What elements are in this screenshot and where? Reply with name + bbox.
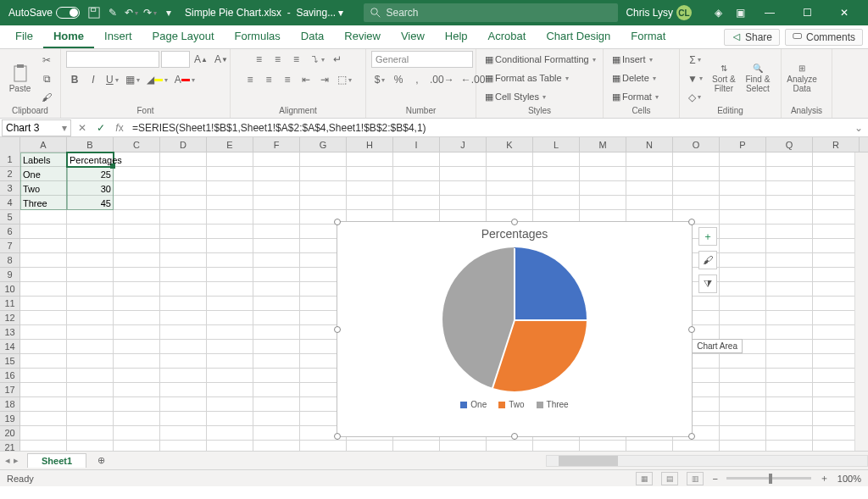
fill-color-button[interactable]: ◢ (144, 71, 170, 88)
search-input[interactable]: Search (364, 3, 618, 22)
row-header[interactable]: 17 (0, 383, 20, 397)
column-header[interactable]: Q (766, 137, 813, 152)
worksheet-grid[interactable]: ABCDEFGHIJKLMNOPQR 123456789101112131415… (0, 137, 868, 451)
number-format-combo[interactable]: General (371, 51, 473, 68)
minimize-button[interactable]: — (753, 0, 787, 25)
tab-review[interactable]: Review (334, 25, 391, 48)
format-as-table-button[interactable]: ▦ Format as Table (481, 69, 572, 86)
column-header[interactable]: I (393, 137, 440, 152)
add-sheet-button[interactable]: ⊕ (92, 455, 110, 466)
row-header[interactable]: 20 (0, 426, 20, 441)
user-avatar[interactable]: CL (676, 5, 692, 20)
row-header[interactable]: 1 (0, 152, 20, 167)
chart-object[interactable]: Percentages One Two Three ＋ 🖌 ⧩ Chart Ar… (337, 221, 693, 437)
increase-indent-button[interactable]: ⇥ (316, 71, 333, 88)
vertical-scrollbar[interactable] (854, 152, 868, 451)
increase-font-button[interactable]: A▲ (192, 51, 210, 68)
tab-chart-design[interactable]: Chart Design (536, 25, 620, 48)
tab-file[interactable]: File (5, 25, 43, 48)
zoom-in-button[interactable]: ＋ (820, 472, 829, 485)
tab-acrobat[interactable]: Acrobat (478, 25, 537, 48)
tab-home[interactable]: Home (43, 25, 94, 48)
column-header[interactable]: A (20, 137, 67, 152)
column-header[interactable]: B (67, 137, 114, 152)
column-header[interactable]: K (487, 137, 533, 152)
tab-page-layout[interactable]: Page Layout (142, 25, 225, 48)
diamond-icon[interactable]: ◈ (709, 3, 727, 22)
pie-chart[interactable] (442, 247, 587, 391)
row-header[interactable]: 12 (0, 311, 20, 325)
prev-sheet-button[interactable]: ◂ (5, 455, 10, 466)
column-header[interactable]: G (300, 137, 347, 152)
conditional-formatting-button[interactable]: ▦ Conditional Formatting (481, 51, 599, 68)
cell-A2[interactable]: One (20, 167, 67, 181)
cell-B2[interactable]: 25 (67, 167, 114, 181)
font-name-combo[interactable] (66, 51, 159, 68)
close-button[interactable]: ✕ (827, 0, 861, 25)
next-sheet-button[interactable]: ▸ (14, 455, 19, 466)
page-layout-view-button[interactable]: ▤ (661, 472, 678, 485)
clear-button[interactable]: ◇ (686, 89, 704, 106)
row-header[interactable]: 15 (0, 354, 20, 369)
tab-format[interactable]: Format (620, 25, 676, 48)
increase-decimal-button[interactable]: .00→ (427, 71, 457, 88)
row-header[interactable]: 16 (0, 369, 20, 383)
tab-view[interactable]: View (391, 25, 435, 48)
bold-button[interactable]: B (66, 71, 83, 88)
decrease-font-button[interactable]: A▼ (212, 51, 231, 68)
redo-icon[interactable]: ↷ (141, 3, 159, 22)
row-header[interactable]: 14 (0, 340, 20, 354)
zoom-level[interactable]: 100% (837, 474, 861, 484)
cell-A4[interactable]: Three (20, 196, 67, 210)
column-header[interactable]: D (160, 137, 207, 152)
row-header[interactable]: 21 (0, 441, 20, 451)
fill-button[interactable]: ▼ (685, 70, 705, 87)
column-header[interactable]: P (720, 137, 766, 152)
column-header[interactable]: L (533, 137, 580, 152)
tab-insert[interactable]: Insert (94, 25, 142, 48)
row-header[interactable]: 18 (0, 397, 20, 412)
row-header[interactable]: 19 (0, 412, 20, 426)
column-header[interactable]: O (673, 137, 720, 152)
share-button[interactable]: Share (724, 29, 780, 46)
row-header[interactable]: 7 (0, 239, 20, 253)
accounting-format-button[interactable]: $ (371, 71, 388, 88)
column-header[interactable]: R (813, 137, 860, 152)
tab-help[interactable]: Help (435, 25, 478, 48)
border-button[interactable]: ▦ (123, 71, 142, 88)
underline-button[interactable]: U (103, 71, 121, 88)
select-all-corner[interactable] (0, 137, 20, 152)
row-header[interactable]: 10 (0, 282, 20, 297)
name-box[interactable]: Chart 3▾ (2, 119, 71, 136)
column-header[interactable]: H (347, 137, 393, 152)
row-header[interactable]: 3 (0, 181, 20, 196)
normal-view-button[interactable]: ▦ (636, 472, 653, 485)
column-header[interactable]: J (440, 137, 487, 152)
cell-B4[interactable]: 45 (67, 196, 114, 210)
orientation-button[interactable]: ⭝ (307, 51, 327, 68)
ribbon-display-icon[interactable]: ▣ (731, 3, 749, 22)
decrease-indent-button[interactable]: ⇤ (298, 71, 314, 88)
chart-elements-button[interactable]: ＋ (698, 227, 717, 246)
row-header[interactable]: 2 (0, 167, 20, 181)
copy-button[interactable]: ⧉ (38, 70, 55, 87)
sort-filter-button[interactable]: ⇅ Sort & Filter (709, 59, 739, 98)
align-left-button[interactable]: ≡ (242, 71, 259, 88)
row-header[interactable]: 4 (0, 196, 20, 210)
autosum-button[interactable]: Σ (687, 52, 704, 69)
expand-formula-bar-icon[interactable]: ⌄ (849, 122, 868, 134)
horizontal-scrollbar[interactable] (546, 455, 868, 467)
cell-B3[interactable]: 30 (67, 181, 114, 196)
comma-style-button[interactable]: , (409, 71, 426, 88)
chart-filters-button[interactable]: ⧩ (698, 274, 717, 293)
row-header[interactable]: 11 (0, 297, 20, 311)
cancel-formula-button[interactable]: ✕ (73, 122, 92, 134)
tab-data[interactable]: Data (291, 25, 334, 48)
align-center-button[interactable]: ≡ (260, 71, 277, 88)
font-color-button[interactable]: A (172, 71, 198, 88)
delete-cells-button[interactable]: ▦ Delete (609, 69, 659, 86)
merge-button[interactable]: ⬚ (335, 71, 354, 88)
zoom-out-button[interactable]: − (712, 474, 717, 484)
column-header[interactable]: C (114, 137, 160, 152)
comments-button[interactable]: Comments (785, 29, 863, 46)
